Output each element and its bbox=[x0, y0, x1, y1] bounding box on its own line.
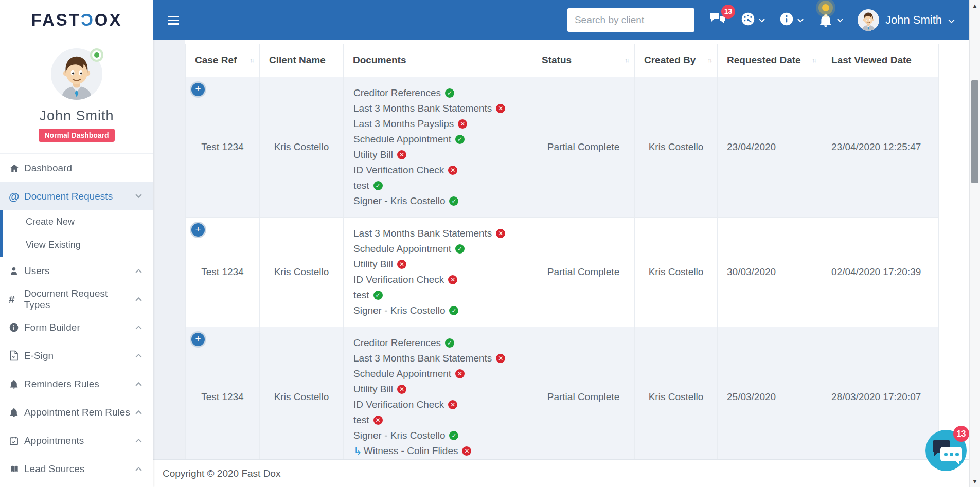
document-item: ID Verification Check✕ bbox=[353, 272, 528, 287]
bell-icon bbox=[9, 407, 24, 418]
info-menu[interactable] bbox=[779, 12, 804, 28]
expand-row-button[interactable]: + bbox=[190, 331, 206, 348]
sidebar-item-label: Reminders Rules bbox=[24, 378, 99, 390]
complete-check-icon: ✓ bbox=[455, 135, 465, 144]
created-by-cell: Kris Costello bbox=[635, 217, 718, 327]
footer: Copyright © 2020 Fast Dox bbox=[153, 459, 969, 487]
case-ref-value: Test 1234 bbox=[201, 266, 243, 277]
column-header-case-ref[interactable]: Case Ref↑↓ bbox=[186, 44, 260, 77]
document-name: Last 3 Months Bank Statements bbox=[353, 103, 492, 114]
column-header-label: Created By bbox=[644, 55, 696, 66]
notifications-bell-icon bbox=[818, 12, 833, 28]
sidebar-section-reminders-rules: Reminders Rules bbox=[0, 370, 153, 398]
last-viewed-date-cell: 23/04/2020 12:25:47 bbox=[822, 77, 939, 217]
document-name: Signer - Kris Costello bbox=[353, 305, 445, 316]
complete-check-icon: ✓ bbox=[449, 196, 458, 206]
document-item: Schedule Appointment✓ bbox=[353, 241, 528, 257]
sidebar-section-document-request-types: #Document Request Types bbox=[0, 285, 153, 313]
live-chat-button[interactable]: 13 bbox=[925, 430, 967, 471]
document-name: Schedule Appointment bbox=[353, 368, 451, 380]
sidebar-item-label: E-Sign bbox=[24, 350, 54, 362]
document-item: Last 3 Months Bank Statements✕ bbox=[353, 351, 528, 366]
sidebar-item-dashboard[interactable]: Dashboard bbox=[0, 154, 153, 182]
document-item: ↳Witness - Colin Flides✕ bbox=[353, 443, 528, 459]
sidebar-item-appointments[interactable]: Appointments bbox=[0, 426, 153, 455]
incomplete-cross-icon: ✕ bbox=[455, 369, 465, 378]
sidebar-menu: Dashboard@Document RequestsCreate NewVie… bbox=[0, 153, 153, 483]
messages-count-badge: 13 bbox=[721, 5, 735, 19]
incomplete-cross-icon: ✕ bbox=[496, 104, 505, 113]
user-avatar bbox=[858, 9, 879, 31]
complete-check-icon: ✓ bbox=[373, 181, 383, 190]
column-header-created-by[interactable]: Created By↑↓ bbox=[635, 44, 718, 77]
incomplete-cross-icon: ✕ bbox=[496, 354, 505, 363]
column-header-requested-date[interactable]: Requested Date↑↓ bbox=[718, 44, 822, 77]
document-item: Utility Bill✕ bbox=[353, 257, 528, 272]
sidebar-section-appointments: Appointments bbox=[0, 426, 153, 455]
sidebar-item-document-requests[interactable]: @Document Requests bbox=[0, 182, 153, 210]
complete-check-icon: ✓ bbox=[445, 88, 454, 98]
sort-arrows-icon: ↑↓ bbox=[250, 56, 253, 64]
calendar-icon bbox=[9, 436, 24, 446]
incomplete-cross-icon: ✕ bbox=[496, 229, 505, 238]
status-cell: Partial Complete bbox=[532, 327, 635, 467]
expand-row-button[interactable]: + bbox=[190, 222, 206, 238]
gauge-menu[interactable] bbox=[741, 12, 765, 28]
case-ref-cell: +Test 1234 bbox=[186, 77, 260, 217]
document-item: Creditor References✓ bbox=[353, 85, 528, 101]
sidebar-item-appointment-rem-rules[interactable]: Appointment Rem Rules bbox=[0, 398, 153, 426]
chevron-up-icon bbox=[135, 353, 142, 358]
document-name: Schedule Appointment bbox=[353, 243, 451, 255]
document-name: Utility Bill bbox=[353, 149, 393, 160]
document-name: test bbox=[353, 414, 369, 426]
table-row: +Test 1234Kris CostelloCreditor Referenc… bbox=[186, 77, 939, 217]
search-input[interactable] bbox=[567, 8, 694, 32]
sidebar-subitem-create-new[interactable]: Create New bbox=[0, 210, 153, 233]
scrollbar-thumb[interactable] bbox=[971, 80, 978, 183]
created-by-cell: Kris Costello bbox=[635, 77, 718, 217]
case-ref-value: Test 1234 bbox=[201, 391, 243, 402]
sidebar-subitem-view-existing[interactable]: View Existing bbox=[0, 233, 153, 257]
document-name: Utility Bill bbox=[353, 384, 393, 395]
document-name: Last 3 Months Bank Statements bbox=[353, 228, 492, 239]
last-viewed-date-cell: 28/03/2020 17:20:07 bbox=[822, 327, 939, 467]
incomplete-cross-icon: ✕ bbox=[397, 150, 406, 159]
sidebar-item-lead-sources[interactable]: Lead Sources bbox=[0, 455, 153, 483]
incomplete-cross-icon: ✕ bbox=[373, 416, 383, 425]
document-item: test✕ bbox=[353, 412, 528, 428]
sidebar-item-form-builder[interactable]: Form Builder bbox=[0, 313, 153, 341]
hamburger-menu-icon[interactable] bbox=[168, 16, 179, 25]
incomplete-cross-icon: ✕ bbox=[448, 166, 457, 175]
online-status-icon bbox=[90, 48, 103, 62]
sidebar-item-label: Users bbox=[24, 265, 50, 277]
incomplete-cross-icon: ✕ bbox=[397, 385, 406, 394]
table-header-row: Case Ref↑↓Client NameDocumentsStatus↑↓Cr… bbox=[186, 44, 939, 77]
document-name: Signer - Kris Costello bbox=[353, 430, 445, 441]
messages-menu[interactable]: 13 bbox=[709, 12, 726, 29]
document-name: Creditor References bbox=[353, 87, 441, 99]
notifications-menu[interactable] bbox=[818, 12, 843, 28]
navbar-user-name: John Smith bbox=[885, 13, 942, 27]
sidebar-item-document-request-types[interactable]: #Document Request Types bbox=[0, 285, 153, 313]
sidebar-item-label: Appointment Rem Rules bbox=[24, 407, 130, 418]
column-header-label: Documents bbox=[353, 55, 406, 66]
info-icon bbox=[9, 322, 24, 333]
sidebar-item-users[interactable]: Users bbox=[0, 257, 153, 285]
sidebar-item-reminders-rules[interactable]: Reminders Rules bbox=[0, 370, 153, 398]
status-cell: Partial Complete bbox=[532, 217, 635, 327]
requests-table: Case Ref↑↓Client NameDocumentsStatus↑↓Cr… bbox=[185, 44, 939, 467]
scroll-up-arrow-icon[interactable]: ▲ bbox=[970, 3, 980, 9]
document-item: Schedule Appointment✓ bbox=[353, 132, 528, 147]
sidebar-item-e-sign[interactable]: E-Sign bbox=[0, 341, 153, 370]
hash-icon: # bbox=[9, 293, 24, 305]
column-header-status[interactable]: Status↑↓ bbox=[532, 44, 635, 77]
chat-unread-badge: 13 bbox=[953, 426, 969, 442]
scroll-down-arrow-icon[interactable]: ▼ bbox=[970, 478, 980, 484]
chevron-up-icon bbox=[135, 410, 142, 414]
sidebar-section-lead-sources: Lead Sources bbox=[0, 455, 153, 483]
user-menu[interactable]: John Smith bbox=[858, 9, 955, 31]
sidebar-section-document-requests: @Document RequestsCreate NewView Existin… bbox=[0, 182, 153, 257]
chevron-up-icon bbox=[135, 438, 142, 443]
chevron-up-icon bbox=[135, 268, 142, 273]
expand-row-button[interactable]: + bbox=[190, 81, 206, 98]
